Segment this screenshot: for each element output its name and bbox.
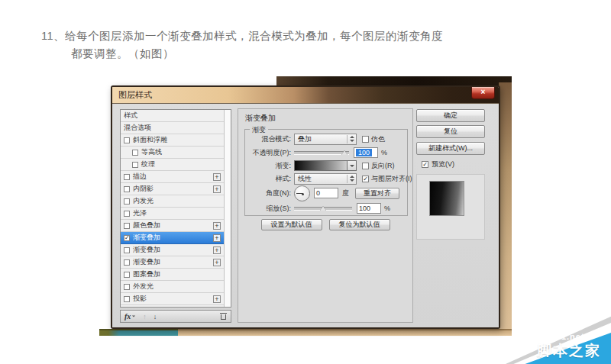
trash-icon	[221, 314, 226, 320]
preview-option: ✓ 预览(V)	[422, 159, 454, 169]
gradient-thumbnail-panel	[416, 174, 485, 240]
style-list-item[interactable]: 纹理	[121, 159, 224, 171]
effect-checkbox[interactable]: ✓	[124, 235, 130, 241]
style-list-item[interactable]: 描边+	[121, 171, 224, 183]
effect-checkbox[interactable]	[124, 186, 130, 192]
style-label: 样式:	[247, 174, 294, 184]
style-list-item[interactable]: 颜色叠加+	[121, 220, 224, 232]
angle-unit: 度	[342, 188, 349, 198]
move-effect-up-button[interactable]: ↑	[143, 313, 147, 321]
style-row: 样式: 线性 ✓ 与图层对齐(I)	[247, 172, 406, 185]
style-list-item[interactable]: 外发光	[121, 281, 224, 293]
gradient-row: 渐变: 反向(R)	[247, 159, 406, 172]
gradient-group: 渐变 混合模式: 叠加 仿色 不透明度(P):	[244, 129, 408, 216]
layer-style-dialog: 图层样式 × 样式混合选项斜面和浮雕等高线纹理描边+内阴影+内发光光泽颜色叠加+…	[111, 85, 500, 329]
preview-checkbox[interactable]: ✓	[422, 161, 428, 168]
dither-label: 仿色	[371, 134, 385, 144]
default-buttons-row: 设置为默认值 复位为默认值	[238, 219, 412, 230]
opacity-slider[interactable]	[294, 151, 349, 155]
style-list-scrollbar[interactable]	[225, 110, 231, 307]
blend-mode-label: 混合模式:	[247, 134, 294, 144]
opacity-label: 不透明度(P):	[247, 148, 294, 158]
effect-label: 纹理	[141, 159, 155, 169]
effect-label: 内发光	[133, 196, 154, 206]
effect-label: 渐变叠加	[133, 233, 160, 243]
style-list-item[interactable]: 混合选项	[121, 122, 224, 134]
scale-unit: %	[384, 205, 390, 212]
close-button[interactable]: ×	[471, 87, 495, 99]
ok-button[interactable]: 确定	[416, 109, 485, 122]
fx-icon: fx	[124, 312, 131, 321]
style-list-item[interactable]: 斜面和浮雕	[121, 134, 224, 147]
add-effect-instance-button[interactable]: +	[213, 222, 221, 230]
style-list-item[interactable]: 渐变叠加+	[121, 256, 224, 269]
gradient-picker-arrow[interactable]	[347, 161, 356, 170]
reverse-label: 反向(R)	[371, 161, 395, 171]
chevron-down-icon	[132, 315, 135, 317]
effect-checkbox[interactable]	[124, 259, 130, 266]
style-list-item[interactable]: ✓渐变叠加+	[121, 232, 224, 244]
reverse-checkbox[interactable]	[362, 163, 369, 169]
scale-slider[interactable]	[294, 207, 352, 211]
delete-effect-button[interactable]	[220, 312, 227, 321]
effect-checkbox[interactable]	[124, 223, 130, 229]
effect-checkbox[interactable]	[124, 272, 130, 278]
add-effect-instance-button[interactable]: +	[213, 295, 221, 303]
style-value: 线性	[298, 174, 312, 184]
add-effect-instance-button[interactable]: +	[213, 246, 221, 254]
effect-checkbox[interactable]	[124, 211, 130, 217]
scale-slider-thumb[interactable]	[320, 206, 326, 211]
align-checkbox[interactable]: ✓	[362, 176, 369, 182]
fx-menu-button[interactable]: fx	[124, 312, 136, 321]
scale-input[interactable]: 100	[357, 203, 381, 214]
add-effect-instance-button[interactable]: +	[213, 234, 221, 242]
style-list-item[interactable]: 渐变叠加+	[121, 244, 224, 256]
style-select[interactable]: 线性	[294, 173, 357, 185]
style-list: 样式混合选项斜面和浮雕等高线纹理描边+内阴影+内发光光泽颜色叠加+✓渐变叠加+渐…	[121, 110, 225, 307]
style-list-item[interactable]: 等高线	[121, 147, 224, 159]
add-effect-instance-button[interactable]: +	[213, 259, 221, 266]
dither-checkbox[interactable]	[362, 136, 369, 143]
angle-dial[interactable]	[294, 185, 310, 201]
angle-input[interactable]: 0	[314, 188, 338, 198]
effect-checkbox[interactable]	[124, 174, 130, 180]
effect-checkbox[interactable]	[124, 247, 130, 253]
blend-mode-select[interactable]: 叠加	[294, 134, 357, 145]
dialog-titlebar[interactable]: 图层样式 ×	[112, 87, 499, 104]
effect-label: 斜面和浮雕	[133, 135, 167, 145]
effect-label: 渐变叠加	[133, 245, 160, 255]
effect-checkbox[interactable]	[132, 162, 138, 168]
effect-checkbox[interactable]	[124, 198, 130, 205]
add-effect-instance-button[interactable]: +	[213, 185, 221, 193]
reset-default-button[interactable]: 复位为默认值	[329, 219, 390, 230]
set-default-button[interactable]: 设置为默认值	[261, 219, 322, 230]
gradient-preview[interactable]	[294, 160, 357, 171]
photo-edge-bottom-right	[178, 329, 512, 336]
watermark-site: jb51.net	[547, 332, 585, 341]
style-list-item[interactable]: 光泽	[121, 208, 224, 220]
effect-checkbox[interactable]	[124, 296, 130, 302]
chevron-down-icon	[350, 165, 354, 167]
scale-value: 100	[359, 205, 370, 212]
style-list-item[interactable]: 内阴影+	[121, 183, 224, 195]
effect-checkbox[interactable]	[124, 284, 130, 290]
reset-align-button[interactable]: 重置对齐	[355, 188, 399, 199]
opacity-input[interactable]: 100	[354, 147, 378, 158]
style-list-item[interactable]: 样式	[121, 110, 224, 122]
move-effect-down-button[interactable]: ↓	[154, 313, 157, 321]
effect-checkbox[interactable]	[124, 137, 130, 143]
reset-button[interactable]: 复位	[416, 125, 485, 138]
effect-checkbox[interactable]	[132, 150, 138, 156]
opacity-slider-thumb[interactable]	[341, 150, 348, 155]
style-list-item[interactable]: 内发光	[121, 195, 224, 208]
style-list-item[interactable]: 图案叠加	[121, 269, 224, 281]
style-list-item[interactable]: 投影+	[121, 293, 224, 305]
angle-row: 角度(N): 0 度 重置对齐	[247, 185, 406, 201]
opacity-value: 100	[356, 149, 372, 156]
new-style-button[interactable]: 新建样式(W)...	[416, 142, 485, 155]
gradient-overlay-pane: 渐变叠加 渐变 混合模式: 叠加 仿色	[238, 108, 413, 323]
photo-edge-right	[499, 82, 512, 331]
tutorial-line-1: 11、给每个图层添加一个渐变叠加样式，混合模式为叠加，每个图层的渐变角度	[41, 27, 561, 45]
add-effect-instance-button[interactable]: +	[213, 173, 221, 181]
angle-label: 角度(N):	[247, 188, 294, 198]
